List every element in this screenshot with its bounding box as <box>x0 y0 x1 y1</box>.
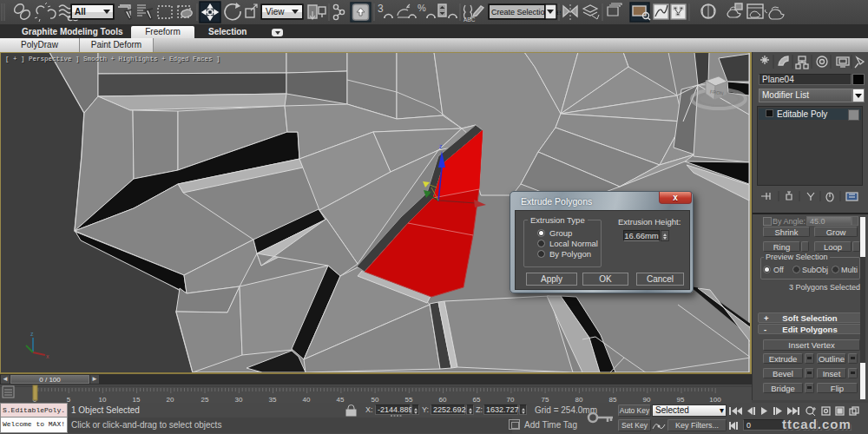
svg-text:z: z <box>439 143 443 149</box>
svg-text:z: z <box>30 331 34 337</box>
svg-text:25: 25 <box>201 396 209 403</box>
svg-text:20: 20 <box>167 396 174 403</box>
svg-text:90: 90 <box>643 396 651 403</box>
svg-text:10: 10 <box>99 396 107 403</box>
svg-text:55: 55 <box>405 396 413 403</box>
svg-text:70: 70 <box>507 396 515 403</box>
svg-text:80: 80 <box>575 396 583 403</box>
svg-text:x: x <box>46 353 49 359</box>
svg-text:100: 100 <box>709 396 721 403</box>
svg-text:65: 65 <box>473 396 481 403</box>
svg-text:3: 3 <box>378 3 384 15</box>
svg-text:85: 85 <box>609 396 617 403</box>
svg-text:View: View <box>266 7 285 16</box>
svg-text:95: 95 <box>677 396 685 403</box>
svg-text:All: All <box>75 7 86 16</box>
svg-text:%: % <box>418 3 426 13</box>
svg-text:35: 35 <box>269 396 277 403</box>
svg-text:15: 15 <box>133 396 141 403</box>
svg-text:50: 50 <box>372 396 379 403</box>
svg-text:75: 75 <box>542 396 549 403</box>
svg-text:ABC: ABC <box>464 16 476 23</box>
svg-text:5: 5 <box>67 396 71 403</box>
svg-text:30: 30 <box>235 396 243 403</box>
svg-text:45: 45 <box>337 396 345 403</box>
svg-text:60: 60 <box>439 396 447 403</box>
svg-text:40: 40 <box>303 396 311 403</box>
